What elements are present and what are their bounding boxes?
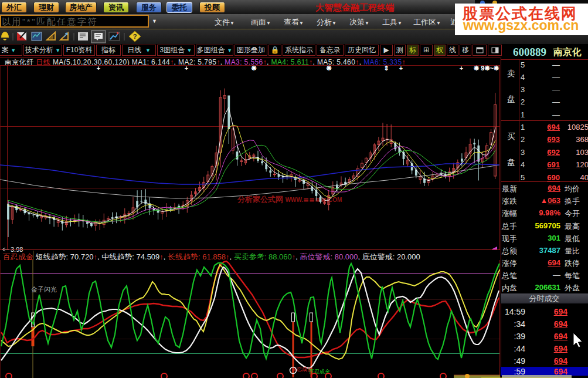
svg-text:?: ? bbox=[133, 33, 137, 40]
svg-text:+: + bbox=[399, 65, 403, 72]
svg-text:❋ 9❋~❋: ❋ 9❋~❋ bbox=[474, 65, 499, 72]
svg-text:❋: ❋ bbox=[251, 65, 256, 72]
svg-text:⇕: ⇕ bbox=[383, 65, 389, 72]
svg-text:+: + bbox=[185, 65, 188, 72]
svg-text:+: + bbox=[460, 65, 463, 72]
svg-text:+: + bbox=[97, 65, 100, 72]
svg-text:❋: ❋ bbox=[326, 65, 331, 72]
svg-text:金子闪光: 金子闪光 bbox=[31, 286, 57, 293]
